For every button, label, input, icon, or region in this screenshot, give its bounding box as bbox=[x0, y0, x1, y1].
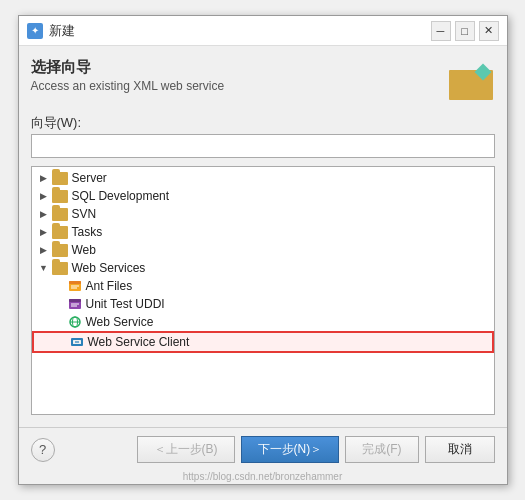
folder-icon-server bbox=[52, 172, 68, 185]
tree-item-webservices[interactable]: ▼ Web Services bbox=[32, 259, 494, 277]
ant-files-icon bbox=[68, 279, 82, 293]
toggle-web[interactable]: ▶ bbox=[36, 242, 52, 258]
bottom-buttons: ＜上一步(B) 下一步(N)＞ 完成(F) 取消 bbox=[137, 436, 495, 463]
unit-test-icon bbox=[68, 297, 82, 311]
folder-icon-web bbox=[52, 244, 68, 257]
toggle-sql[interactable]: ▶ bbox=[36, 188, 52, 204]
toggle-webservices[interactable]: ▼ bbox=[36, 260, 52, 276]
wizard-label-row: 向导(W): bbox=[31, 114, 495, 158]
title-controls: ─ □ ✕ bbox=[431, 21, 499, 41]
section-title: 选择向导 bbox=[31, 58, 447, 77]
tree-item-webserviceclient[interactable]: ▶ Web Service Client bbox=[32, 331, 494, 353]
close-button[interactable]: ✕ bbox=[479, 21, 499, 41]
wizard-label: 向导(W): bbox=[31, 114, 495, 132]
tree-label-unittestuddi: Unit Test UDDI bbox=[86, 297, 165, 311]
folder-large-icon bbox=[449, 64, 493, 100]
tree-item-sql[interactable]: ▶ SQL Development bbox=[32, 187, 494, 205]
tree-label-web: Web bbox=[72, 243, 96, 257]
subtitle: Access an existing XML web service bbox=[31, 79, 447, 93]
tree-label-antfiles: Ant Files bbox=[86, 279, 133, 293]
tree-label-webserviceclient: Web Service Client bbox=[88, 335, 190, 349]
tree-item-server[interactable]: ▶ Server bbox=[32, 169, 494, 187]
toggle-server[interactable]: ▶ bbox=[36, 170, 52, 186]
app-icon: ✦ bbox=[27, 23, 43, 39]
wizard-search-input[interactable] bbox=[31, 134, 495, 158]
header-info: 选择向导 Access an existing XML web service bbox=[31, 58, 447, 97]
folder-icon-tasks bbox=[52, 226, 68, 239]
web-service-icon bbox=[68, 315, 82, 329]
folder-icon-webservices bbox=[52, 262, 68, 275]
title-bar-left: ✦ 新建 bbox=[27, 22, 75, 40]
wizard-image bbox=[447, 58, 495, 106]
folder-icon-sql bbox=[52, 190, 68, 203]
tree-item-tasks[interactable]: ▶ Tasks bbox=[32, 223, 494, 241]
tree-label-svn: SVN bbox=[72, 207, 97, 221]
folder-icon-svn bbox=[52, 208, 68, 221]
watermark: https://blog.csdn.net/bronzehammer bbox=[19, 471, 507, 484]
diamond-icon bbox=[474, 64, 491, 81]
tree-container[interactable]: ▶ Server ▶ SQL Development ▶ SVN ▶ bbox=[31, 166, 495, 415]
toggle-svn[interactable]: ▶ bbox=[36, 206, 52, 222]
bottom-bar: ? ＜上一步(B) 下一步(N)＞ 完成(F) 取消 bbox=[19, 427, 507, 471]
header-row: 选择向导 Access an existing XML web service bbox=[31, 58, 495, 106]
next-button[interactable]: 下一步(N)＞ bbox=[241, 436, 340, 463]
svg-rect-1 bbox=[69, 281, 81, 284]
tree-label-webservices: Web Services bbox=[72, 261, 146, 275]
tree-label-server: Server bbox=[72, 171, 107, 185]
window-title: 新建 bbox=[49, 22, 75, 40]
tree-item-unittestuddi[interactable]: ▶ Unit Test UDDI bbox=[32, 295, 494, 313]
bottom-left: ? bbox=[31, 438, 55, 462]
maximize-button[interactable]: □ bbox=[455, 21, 475, 41]
cancel-button[interactable]: 取消 bbox=[425, 436, 495, 463]
tree-item-webservice[interactable]: ▶ Web Service bbox=[32, 313, 494, 331]
tree-label-tasks: Tasks bbox=[72, 225, 103, 239]
content-area: 选择向导 Access an existing XML web service … bbox=[19, 46, 507, 427]
help-button[interactable]: ? bbox=[31, 438, 55, 462]
tree-item-antfiles[interactable]: ▶ Ant Files bbox=[32, 277, 494, 295]
tree-label-sql: SQL Development bbox=[72, 189, 170, 203]
dialog-window: ✦ 新建 ─ □ ✕ 选择向导 Access an existing XML w… bbox=[18, 15, 508, 485]
toggle-tasks[interactable]: ▶ bbox=[36, 224, 52, 240]
minimize-button[interactable]: ─ bbox=[431, 21, 451, 41]
svg-rect-5 bbox=[69, 299, 81, 302]
prev-button[interactable]: ＜上一步(B) bbox=[137, 436, 235, 463]
tree-item-web[interactable]: ▶ Web bbox=[32, 241, 494, 259]
web-service-client-icon bbox=[70, 335, 84, 349]
tree-item-svn[interactable]: ▶ SVN bbox=[32, 205, 494, 223]
finish-button[interactable]: 完成(F) bbox=[345, 436, 418, 463]
title-bar: ✦ 新建 ─ □ ✕ bbox=[19, 16, 507, 46]
tree-label-webservice: Web Service bbox=[86, 315, 154, 329]
